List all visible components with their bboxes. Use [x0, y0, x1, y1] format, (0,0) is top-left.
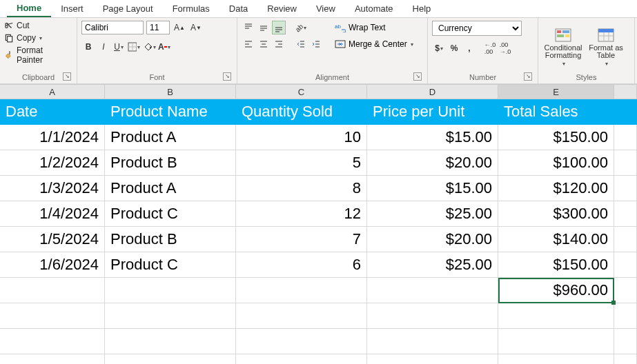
- col-header-D[interactable]: D: [367, 85, 498, 99]
- percent-format-button[interactable]: %: [447, 41, 461, 55]
- cell-date[interactable]: 1/1/2024: [0, 125, 105, 150]
- font-name-input[interactable]: [81, 21, 144, 34]
- cell-qty[interactable]: 7: [236, 227, 367, 252]
- cell-price[interactable]: $20.00: [367, 227, 498, 252]
- align-bottom-button[interactable]: [272, 21, 286, 34]
- font-dialog-launcher[interactable]: ↘: [223, 72, 231, 81]
- cell[interactable]: [0, 354, 105, 364]
- header-product[interactable]: Product Name: [105, 99, 236, 125]
- fill-handle[interactable]: [611, 301, 616, 305]
- cell-price[interactable]: $20.00: [367, 150, 498, 176]
- tab-formulas[interactable]: Formulas: [163, 1, 219, 17]
- header-qty[interactable]: Quantity Sold: [236, 99, 367, 125]
- cell-price[interactable]: $25.00: [367, 252, 498, 278]
- cell-date[interactable]: 1/4/2024: [0, 201, 105, 227]
- cut-button[interactable]: Cut: [4, 21, 68, 30]
- cell-price[interactable]: $15.00: [367, 176, 498, 201]
- col-header-F[interactable]: [614, 85, 637, 99]
- cell-date[interactable]: 1/5/2024: [0, 227, 105, 252]
- cell-empty[interactable]: [614, 227, 637, 252]
- cell[interactable]: [0, 303, 105, 329]
- copy-button[interactable]: Copy ▾: [4, 33, 68, 43]
- cell[interactable]: [498, 329, 614, 354]
- cell-total[interactable]: $120.00: [498, 176, 614, 201]
- align-center-button[interactable]: [257, 37, 271, 51]
- cell-empty[interactable]: [614, 303, 637, 329]
- cell-qty[interactable]: 12: [236, 201, 367, 227]
- col-header-B[interactable]: B: [105, 85, 236, 99]
- tab-help[interactable]: Help: [403, 1, 441, 17]
- fill-color-button[interactable]: ▾: [142, 40, 156, 54]
- tab-data[interactable]: Data: [219, 1, 257, 17]
- cell[interactable]: [0, 329, 105, 354]
- font-color-button[interactable]: A ▾: [157, 40, 171, 54]
- cell[interactable]: [236, 354, 367, 364]
- increase-indent-button[interactable]: [309, 37, 323, 51]
- tab-automate[interactable]: Automate: [345, 1, 403, 17]
- format-as-table-button[interactable]: Format as Table ▾: [585, 21, 627, 72]
- cell-sum-total[interactable]: $960.00: [498, 278, 614, 303]
- comma-format-button[interactable]: ,: [462, 41, 476, 55]
- cell[interactable]: [367, 303, 498, 329]
- header-price[interactable]: Price per Unit: [367, 99, 498, 125]
- col-header-A[interactable]: A: [0, 85, 105, 99]
- cell[interactable]: [105, 278, 236, 303]
- cell-total[interactable]: $100.00: [498, 150, 614, 176]
- cell-empty[interactable]: [614, 176, 637, 201]
- cell[interactable]: [367, 329, 498, 354]
- cell-date[interactable]: 1/2/2024: [0, 150, 105, 176]
- cell-empty[interactable]: [614, 201, 637, 227]
- cell[interactable]: [498, 354, 614, 364]
- font-size-input[interactable]: [146, 21, 170, 34]
- cell-empty[interactable]: [614, 278, 637, 303]
- cell-product[interactable]: Product B: [105, 150, 236, 176]
- cell-qty[interactable]: 10: [236, 125, 367, 150]
- cell[interactable]: [367, 278, 498, 303]
- cell[interactable]: [105, 303, 236, 329]
- cell[interactable]: [236, 329, 367, 354]
- orientation-button[interactable]: ab▾: [294, 21, 308, 34]
- cell-product[interactable]: Product C: [105, 201, 236, 227]
- cell[interactable]: [236, 278, 367, 303]
- number-dialog-launcher[interactable]: ↘: [524, 72, 532, 81]
- cell[interactable]: [105, 329, 236, 354]
- cell-date[interactable]: 1/3/2024: [0, 176, 105, 201]
- tab-page-layout[interactable]: Page Layout: [93, 1, 163, 17]
- decrease-decimal-button[interactable]: .00→.0: [498, 41, 512, 55]
- tab-view[interactable]: View: [306, 1, 345, 17]
- cell-product[interactable]: Product A: [105, 125, 236, 150]
- alignment-dialog-launcher[interactable]: ↘: [413, 72, 422, 81]
- cell[interactable]: [105, 354, 236, 364]
- accounting-format-button[interactable]: $▾: [432, 41, 446, 55]
- cell-total[interactable]: $150.00: [498, 252, 614, 278]
- conditional-formatting-button[interactable]: Conditional Formatting ▾: [542, 21, 584, 72]
- format-painter-button[interactable]: Format Painter: [4, 46, 68, 65]
- italic-button[interactable]: I: [97, 40, 110, 54]
- tab-review[interactable]: Review: [257, 1, 306, 17]
- cell-empty[interactable]: [614, 99, 637, 125]
- borders-button[interactable]: ▾: [127, 40, 141, 54]
- cell-total[interactable]: $300.00: [498, 201, 614, 227]
- cell[interactable]: [0, 278, 105, 303]
- cell-total[interactable]: $140.00: [498, 227, 614, 252]
- wrap-text-button[interactable]: ab Wrap Text: [330, 21, 418, 34]
- cell-date[interactable]: 1/6/2024: [0, 252, 105, 278]
- cell-qty[interactable]: 6: [236, 252, 367, 278]
- cell-empty[interactable]: [614, 252, 637, 278]
- cell-price[interactable]: $25.00: [367, 201, 498, 227]
- align-left-button[interactable]: [242, 37, 255, 51]
- tab-insert[interactable]: Insert: [51, 1, 93, 17]
- cell-product[interactable]: Product B: [105, 227, 236, 252]
- align-middle-button[interactable]: [257, 21, 271, 34]
- decrease-indent-button[interactable]: [294, 37, 308, 51]
- cell-price[interactable]: $15.00: [367, 125, 498, 150]
- cell-product[interactable]: Product C: [105, 252, 236, 278]
- col-header-E[interactable]: E: [498, 85, 614, 99]
- bold-button[interactable]: B: [81, 40, 95, 54]
- increase-decimal-button[interactable]: ←.0.00: [483, 41, 497, 55]
- cell[interactable]: [367, 354, 498, 364]
- header-total[interactable]: Total Sales: [498, 99, 614, 125]
- cell[interactable]: [236, 303, 367, 329]
- clipboard-dialog-launcher[interactable]: ↘: [63, 72, 71, 81]
- align-right-button[interactable]: [272, 37, 286, 51]
